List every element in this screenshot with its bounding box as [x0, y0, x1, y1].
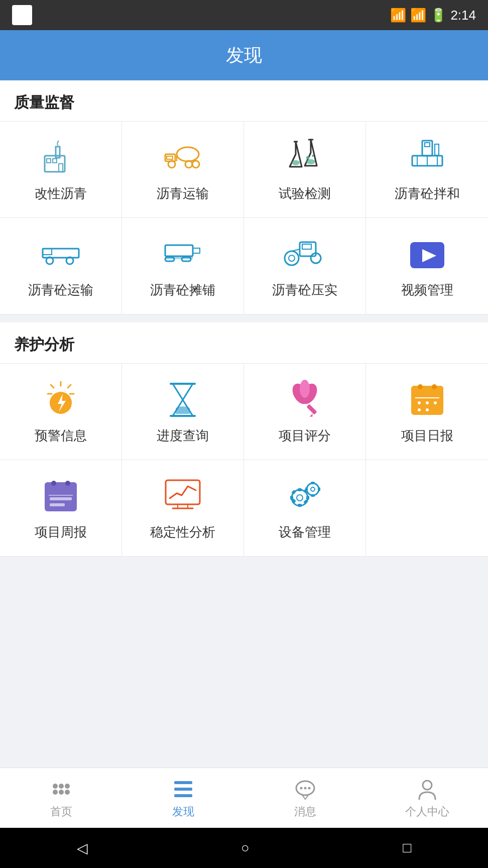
device-mgmt-label: 设备管理	[279, 523, 331, 541]
svg-rect-35	[302, 244, 311, 249]
profile-nav-label: 个人中心	[405, 804, 449, 819]
maintenance-grid: 预警信息 进度查询	[0, 363, 488, 557]
svg-point-96	[65, 784, 70, 789]
svg-point-79	[297, 495, 303, 501]
svg-rect-26	[43, 249, 52, 255]
svg-point-62	[418, 408, 421, 411]
modified-asphalt-label: 改性沥青	[35, 185, 87, 202]
svg-rect-1	[47, 159, 51, 163]
asphalt-mix-label: 沥青砼拌和	[395, 185, 460, 202]
chart-icon	[163, 475, 203, 515]
svg-rect-19	[425, 143, 430, 147]
project-daily-label: 项目日报	[401, 427, 453, 445]
mix-compact-label: 沥青砼压实	[272, 281, 337, 299]
progress-query-label: 进度查询	[157, 427, 209, 445]
svg-point-36	[285, 251, 299, 265]
status-icon-square	[12, 5, 32, 25]
messages-nav-label: 消息	[294, 804, 316, 819]
svg-point-94	[53, 784, 58, 789]
warning-info-label: 预警信息	[35, 427, 87, 445]
svg-point-70	[51, 481, 56, 486]
svg-rect-90	[311, 482, 315, 484]
svg-rect-80	[298, 488, 302, 491]
grid-item-mix-pave[interactable]: 沥青砼摊铺	[122, 218, 244, 314]
app-title: 发现	[226, 43, 262, 68]
svg-rect-93	[318, 487, 320, 491]
video-icon	[407, 233, 447, 273]
mix-plant-icon	[407, 137, 447, 177]
svg-point-15	[306, 159, 315, 164]
quality-section-title: 质量监督	[0, 80, 488, 121]
svg-rect-83	[306, 496, 309, 500]
svg-rect-3	[59, 164, 63, 172]
svg-point-89	[311, 487, 315, 491]
grid-item-project-weekly[interactable]: 项目周报	[0, 460, 122, 557]
svg-rect-29	[165, 245, 193, 256]
nav-item-home[interactable]: 首页	[0, 777, 122, 819]
svg-point-105	[304, 787, 306, 789]
tanker-icon	[163, 137, 203, 177]
discover-nav-label: 发现	[172, 804, 194, 819]
mix-truck-icon	[41, 233, 81, 273]
grid-item-mix-compact[interactable]: 沥青砼压实	[244, 218, 366, 314]
grid-item-progress-query[interactable]: 进度查询	[122, 364, 244, 460]
factory-icon	[41, 137, 81, 177]
grid-item-warning-info[interactable]: 预警信息	[0, 364, 122, 460]
grid-item-device-mgmt[interactable]: 设备管理	[244, 460, 366, 557]
svg-rect-91	[311, 494, 315, 497]
grid-item-asphalt-transport[interactable]: 沥青运输	[122, 122, 244, 218]
project-score-label: 项目评分	[279, 427, 331, 445]
grid-item-project-daily[interactable]: 项目日报	[366, 364, 488, 460]
nav-item-discover[interactable]: 发现	[122, 777, 244, 819]
score-icon	[285, 379, 325, 419]
nav-item-messages[interactable]: 消息	[244, 777, 366, 819]
status-bar: 📶 📶 🔋 2:14	[0, 0, 488, 30]
home-button[interactable]: ○	[241, 840, 250, 856]
weekly-icon	[41, 475, 81, 515]
svg-rect-75	[166, 480, 200, 504]
grid-item-test-detect[interactable]: 试验检测	[244, 122, 366, 218]
video-mgmt-label: 视频管理	[401, 281, 453, 299]
grid-item-stability[interactable]: 稳定性分析	[122, 460, 244, 557]
main-content: 质量监督 改性沥青	[0, 80, 488, 768]
svg-rect-24	[435, 144, 439, 155]
svg-point-61	[434, 401, 437, 404]
svg-point-11	[192, 161, 199, 168]
profile-nav-icon	[415, 777, 439, 801]
recents-button[interactable]: □	[403, 840, 411, 856]
svg-rect-54	[306, 404, 317, 414]
svg-point-60	[426, 401, 429, 404]
bottom-nav: 首页 发现 消息	[0, 768, 488, 828]
nav-item-profile[interactable]: 个人中心	[366, 777, 488, 819]
home-nav-icon	[49, 777, 73, 801]
project-weekly-label: 项目周报	[35, 523, 87, 541]
messages-nav-icon	[293, 777, 317, 801]
paver-icon	[163, 233, 203, 273]
svg-line-43	[68, 385, 71, 388]
grid-item-mix-transport[interactable]: 沥青砼运输	[0, 218, 122, 314]
svg-line-44	[51, 385, 54, 388]
wifi-icon: 📶	[390, 8, 406, 23]
svg-point-13	[292, 160, 300, 165]
grid-item-project-score[interactable]: 项目评分	[244, 364, 366, 460]
maintenance-section: 养护分析 预警信息	[0, 322, 488, 557]
svg-point-65	[418, 384, 423, 389]
daily-icon	[407, 379, 447, 419]
svg-point-37	[289, 255, 295, 261]
hourglass-icon	[163, 379, 203, 419]
back-button[interactable]: ◁	[77, 840, 88, 856]
svg-point-88	[307, 483, 319, 495]
android-nav: ◁ ○ □	[0, 828, 488, 868]
grid-item-asphalt-mix[interactable]: 沥青砼拌和	[366, 122, 488, 218]
quality-grid: 改性沥青 沥青运输	[0, 121, 488, 314]
svg-point-53	[300, 380, 310, 398]
grid-item-video-mgmt[interactable]: 视频管理	[366, 218, 488, 314]
svg-rect-58	[411, 392, 443, 395]
test-detect-label: 试验检测	[279, 185, 331, 202]
warning-icon	[41, 379, 81, 419]
svg-rect-102	[174, 794, 192, 797]
grid-item-modified-asphalt[interactable]: 改性沥青	[0, 122, 122, 218]
svg-rect-7	[167, 156, 173, 159]
svg-point-95	[59, 784, 64, 789]
svg-marker-55	[310, 414, 314, 418]
